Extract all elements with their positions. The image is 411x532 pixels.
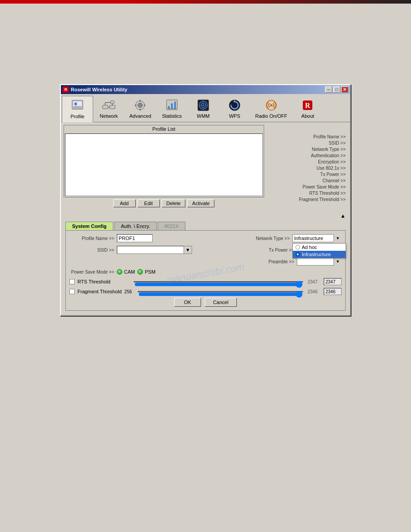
cancel-button[interactable]: Cancel bbox=[205, 298, 237, 307]
toolbar-about[interactable]: R About bbox=[292, 96, 323, 122]
8021x-info: Use 802.1x >> bbox=[267, 165, 347, 171]
window-title: Rosewill Wireless Utility bbox=[71, 87, 127, 92]
profile-info-panel: Profile Name >> SSID >> Network Type >> … bbox=[267, 125, 347, 209]
profile-name-label: Profile Name >> bbox=[69, 236, 114, 241]
ssid-label: SSID >> bbox=[69, 248, 114, 253]
network-type-info: Network Type >> bbox=[267, 146, 347, 152]
rts-max: 2347 bbox=[308, 279, 321, 284]
ssid-input[interactable] bbox=[117, 246, 184, 254]
activate-button[interactable]: Activate bbox=[187, 199, 214, 207]
svg-text:R: R bbox=[305, 102, 311, 109]
toolbar-wmm[interactable]: WMM bbox=[188, 96, 219, 122]
svg-rect-8 bbox=[111, 101, 114, 103]
tab-system-config[interactable]: System Config bbox=[65, 222, 113, 230]
network-icon bbox=[102, 98, 116, 112]
preamble-arrow: ▼ bbox=[334, 257, 342, 266]
maximize-button[interactable]: □ bbox=[333, 86, 340, 93]
rts-threshold-input[interactable] bbox=[324, 278, 342, 285]
psm-label: PSM bbox=[145, 269, 155, 275]
network-type-label: Network Type >> bbox=[245, 236, 290, 241]
rts-checkbox[interactable] bbox=[69, 279, 75, 284]
toolbar-advanced-label: Advanced bbox=[129, 113, 151, 119]
profile-name-input[interactable] bbox=[117, 234, 153, 242]
wps-icon bbox=[227, 98, 242, 112]
power-save-label: Power Save Mode >> bbox=[69, 270, 114, 275]
svg-rect-17 bbox=[171, 103, 173, 109]
profile-icon bbox=[70, 99, 85, 113]
fragment-min: 256 bbox=[124, 289, 133, 294]
config-panel: Profile Name >> Network Type >> Infrastr… bbox=[65, 230, 346, 311]
svg-rect-5 bbox=[103, 105, 108, 109]
profile-name-info: Profile Name >> bbox=[267, 134, 347, 140]
svg-rect-16 bbox=[168, 106, 170, 109]
toolbar-wmm-label: WMM bbox=[197, 113, 210, 119]
fragment-slider[interactable] bbox=[138, 292, 303, 297]
cam-label: CAM bbox=[124, 269, 135, 275]
power-save-info: Power Save Mode >> bbox=[267, 184, 347, 190]
toolbar-wps[interactable]: WPS bbox=[219, 96, 250, 122]
preamble-label: Preamble >> bbox=[249, 259, 294, 264]
fragment-threshold-input[interactable] bbox=[324, 288, 342, 295]
svg-point-29 bbox=[270, 104, 272, 107]
advanced-icon bbox=[133, 98, 147, 112]
rts-slider[interactable] bbox=[134, 282, 303, 287]
profile-list-title: Profile List bbox=[64, 125, 264, 133]
minimize-button[interactable]: ─ bbox=[325, 86, 332, 93]
tab-8021x[interactable]: 8021X bbox=[158, 222, 185, 230]
statistics-icon bbox=[165, 98, 179, 112]
svg-rect-14 bbox=[144, 105, 146, 106]
adhoc-label: Ad hoc bbox=[302, 245, 317, 250]
ssid-dropdown-btn[interactable]: ▼ bbox=[184, 246, 192, 254]
toolbar-statistics-label: Statistics bbox=[162, 113, 182, 119]
about-icon: R bbox=[300, 98, 315, 112]
fragment-threshold-row: Fragment Threshold 256 2346 bbox=[69, 288, 342, 295]
profile-list-box bbox=[65, 133, 263, 196]
svg-rect-6 bbox=[110, 105, 115, 109]
toolbar-advanced[interactable]: Advanced bbox=[124, 96, 156, 122]
psm-radio[interactable] bbox=[137, 269, 143, 275]
add-button[interactable]: Add bbox=[113, 199, 136, 207]
dropdown-adhoc[interactable]: Ad hoc bbox=[293, 244, 346, 251]
svg-point-3 bbox=[74, 103, 77, 105]
txpower-label: Tx Power >> bbox=[249, 248, 294, 253]
tab-auth-encry[interactable]: Auth. \ Encry. bbox=[114, 222, 157, 230]
rts-info: RTS Threshold >> bbox=[267, 190, 347, 196]
svg-rect-11 bbox=[140, 100, 141, 102]
main-content: Profile List Add Edit Delete Activate Pr… bbox=[61, 122, 350, 315]
toolbar-radio-label: Radio On/OFF bbox=[255, 113, 287, 119]
delete-button[interactable]: Delete bbox=[162, 199, 186, 207]
network-type-wrapper: Infrastructure Ad hoc ▼ Ad hoc bbox=[292, 234, 342, 242]
ssid-wrapper: ▼ bbox=[117, 246, 192, 254]
toolbar-network[interactable]: Network bbox=[93, 96, 124, 122]
dropdown-infrastructure[interactable]: Infrastructure bbox=[293, 251, 346, 258]
fragment-info: Fragment Threshold >> bbox=[267, 197, 347, 202]
scroll-up-arrow[interactable]: ▲ bbox=[340, 213, 346, 219]
config-row-preamble: Preamble >> ▼ bbox=[69, 257, 342, 266]
toolbar-radio[interactable]: Radio On/OFF bbox=[250, 96, 292, 122]
toolbar-statistics[interactable]: Statistics bbox=[156, 96, 188, 122]
adhoc-radio bbox=[295, 245, 300, 249]
network-type-arrow: ▼ bbox=[334, 234, 342, 242]
svg-rect-12 bbox=[140, 109, 141, 111]
edit-button[interactable]: Edit bbox=[137, 199, 160, 207]
network-type-select-wrapper: Infrastructure Ad hoc ▼ bbox=[292, 234, 342, 242]
toolbar: Profile Network bbox=[61, 94, 350, 122]
app-icon: R bbox=[63, 86, 69, 93]
profile-list-section: Profile List Add Edit Delete Activate Pr… bbox=[64, 125, 347, 209]
fragment-max: 2346 bbox=[308, 289, 321, 294]
network-type-dropdown: Ad hoc Infrastructure bbox=[292, 243, 346, 258]
ssid-info: SSID >> bbox=[267, 140, 347, 146]
cam-group: CAM bbox=[117, 269, 135, 275]
svg-rect-13 bbox=[135, 105, 137, 106]
toolbar-about-label: About bbox=[301, 113, 314, 119]
svg-point-10 bbox=[138, 103, 142, 107]
fragment-checkbox[interactable] bbox=[69, 289, 75, 294]
title-bar: R Rosewill Wireless Utility ─ □ ✕ bbox=[61, 85, 350, 94]
svg-rect-18 bbox=[174, 102, 176, 109]
ok-button[interactable]: OK bbox=[174, 298, 201, 307]
fragment-label: Fragment Threshold bbox=[77, 289, 122, 294]
tab-row: System Config Auth. \ Encry. 8021X bbox=[64, 220, 347, 230]
cam-radio[interactable] bbox=[117, 269, 122, 275]
toolbar-profile[interactable]: Profile bbox=[62, 96, 93, 122]
close-button[interactable]: ✕ bbox=[341, 86, 348, 93]
